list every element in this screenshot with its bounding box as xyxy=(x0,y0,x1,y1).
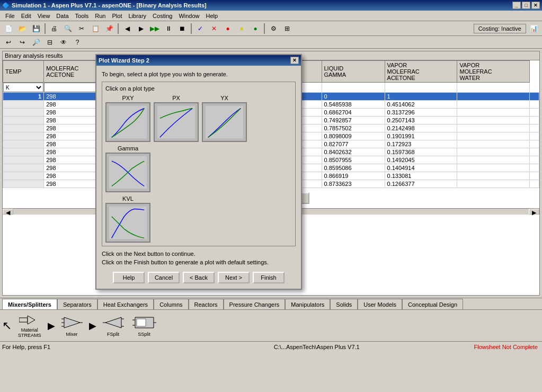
fsplit-component[interactable]: FSplit xyxy=(101,314,126,338)
finish-btn[interactable]: Finish xyxy=(253,272,285,283)
plot-thumbnails-row2: KVL xyxy=(105,195,292,243)
mixer-component[interactable]: Mixer xyxy=(59,314,85,338)
costing-icon-btn[interactable]: 📊 xyxy=(527,23,540,34)
save-btn[interactable]: 💾 xyxy=(30,23,42,34)
kvl-svg xyxy=(106,204,149,242)
expand-arrow2[interactable]: ▶ xyxy=(89,320,96,332)
px-preview[interactable] xyxy=(154,102,199,142)
menu-costing[interactable]: Costing xyxy=(149,12,175,20)
undo-btn[interactable]: ↩ xyxy=(2,37,15,48)
tab-pressure-changers[interactable]: Pressure Changers xyxy=(224,299,286,309)
check-btn[interactable]: ✓ xyxy=(194,23,207,34)
costing-label: Costing: Inactive xyxy=(474,24,526,33)
back-btn[interactable]: < Back xyxy=(183,272,215,283)
tab-manipulators[interactable]: Manipulators xyxy=(285,299,330,309)
run-btn[interactable]: ▶▶ xyxy=(148,23,161,34)
preview-btn[interactable]: 🔍 xyxy=(61,23,74,34)
settings-btn[interactable]: ⚙ xyxy=(267,23,280,34)
svg-marker-17 xyxy=(105,317,121,328)
plot-type-gamma[interactable]: Gamma xyxy=(105,145,150,192)
kvl-preview[interactable] xyxy=(105,203,150,243)
status-path: C:\...AspenTech\Aspen Plus V7.1 xyxy=(159,344,474,350)
menu-file[interactable]: File xyxy=(2,12,18,20)
expand-arrow[interactable]: ▶ xyxy=(48,320,55,332)
stop-btn[interactable]: ⏹ xyxy=(176,23,189,34)
pxy-preview[interactable] xyxy=(105,102,150,142)
tab-separators[interactable]: Separators xyxy=(57,299,97,309)
gamma-preview[interactable] xyxy=(105,153,150,192)
px-svg xyxy=(155,103,198,141)
menu-window[interactable]: Window xyxy=(175,12,202,20)
tab-solids[interactable]: Solids xyxy=(330,299,358,309)
status-flowsheet: Flowsheet Not Complete xyxy=(474,344,538,350)
view-btn[interactable]: 👁 xyxy=(57,37,70,48)
plot-type-group: Click on a plot type PXY xyxy=(102,82,296,246)
next-btn[interactable]: Next > xyxy=(218,272,250,283)
plot-type-px[interactable]: PX xyxy=(154,95,199,142)
help-btn[interactable]: Help xyxy=(113,272,145,283)
restore-btn[interactable]: □ xyxy=(522,2,530,9)
sep3 xyxy=(191,23,192,34)
menu-bar: File Edit View Data Tools Run Plot Libra… xyxy=(0,11,542,21)
dialog-hint1: Click on the Next button to continue. xyxy=(102,251,296,257)
menu-tools[interactable]: Tools xyxy=(72,12,92,20)
cancel-btn[interactable]: Cancel xyxy=(148,272,180,283)
title-bar-controls[interactable]: _ □ ✕ xyxy=(512,2,540,9)
tab-columns[interactable]: Columns xyxy=(154,299,188,309)
mixer-icon xyxy=(61,315,83,331)
minimize-btn[interactable]: _ xyxy=(512,2,521,9)
pause-btn[interactable]: ⏸ xyxy=(162,23,175,34)
copy-btn[interactable]: 📋 xyxy=(89,23,102,34)
ssplit-label: SSplit xyxy=(138,332,150,337)
grid-btn[interactable]: ⊞ xyxy=(281,23,294,34)
yx-label: YX xyxy=(220,95,228,101)
menu-plot[interactable]: Plot xyxy=(109,12,125,20)
menu-help[interactable]: Help xyxy=(203,12,221,20)
help-btn2[interactable]: ? xyxy=(71,37,84,48)
menu-view[interactable]: View xyxy=(34,12,54,20)
layout-btn[interactable]: ⊟ xyxy=(43,37,56,48)
dialog-buttons: Help Cancel < Back Next > Finish xyxy=(102,268,296,283)
print-btn[interactable]: 🖨 xyxy=(48,23,60,34)
yellow-circle[interactable]: ● xyxy=(235,23,248,34)
red-circle[interactable]: ● xyxy=(221,23,234,34)
plot-wizard-dialog: Plot Wizard Step 2 ✕ To begin, select a … xyxy=(95,54,302,290)
green-circle[interactable]: ● xyxy=(249,23,262,34)
ssplit-icon xyxy=(132,315,156,331)
tab-conceptual-design[interactable]: Conceptual Design xyxy=(402,299,463,309)
dialog-instruction: To begin, select a plot type you wish to… xyxy=(102,71,296,77)
yx-preview[interactable] xyxy=(202,102,247,142)
menu-library[interactable]: Library xyxy=(125,12,149,20)
bottom-tabs: Mixers/Splitters Separators Heat Exchang… xyxy=(0,298,542,309)
dialog-close-btn[interactable]: ✕ xyxy=(290,57,299,64)
fwd-btn[interactable]: ▶ xyxy=(135,23,147,34)
cut-btn[interactable]: ✂ xyxy=(75,23,88,34)
close-btn[interactable]: ✕ xyxy=(531,2,540,9)
ssplit-component[interactable]: SSplit xyxy=(130,314,158,338)
plot-type-yx[interactable]: YX xyxy=(202,95,247,142)
x-btn[interactable]: ✕ xyxy=(208,23,220,34)
open-btn[interactable]: 📂 xyxy=(16,23,29,34)
redo-btn[interactable]: ↪ xyxy=(16,37,29,48)
new-btn[interactable]: 📄 xyxy=(2,23,15,34)
material-stream-icon xyxy=(19,314,40,326)
toolbar-secondary: ↩ ↪ 🔎 ⊟ 👁 ? xyxy=(0,36,542,49)
material-streams[interactable]: MaterialSTREAMS xyxy=(16,313,43,339)
svg-marker-11 xyxy=(28,316,35,324)
bottom-panel: ↖ MaterialSTREAMS ▶ Mixer ▶ FSplit xyxy=(0,309,542,341)
tab-heat-exchangers[interactable]: Heat Exchangers xyxy=(97,299,154,309)
dialog-titlebar: Plot Wizard Step 2 ✕ xyxy=(96,55,301,66)
menu-edit[interactable]: Edit xyxy=(18,12,34,20)
menu-data[interactable]: Data xyxy=(53,12,72,20)
tab-mixers-splitters[interactable]: Mixers/Splitters xyxy=(2,299,57,309)
menu-run[interactable]: Run xyxy=(92,12,109,20)
back-btn[interactable]: ◀ xyxy=(121,23,134,34)
plot-type-pxy[interactable]: PXY xyxy=(105,95,150,142)
paste-btn[interactable]: 📌 xyxy=(103,23,115,34)
plot-type-kvl[interactable]: KVL xyxy=(105,195,150,243)
tab-reactors[interactable]: Reactors xyxy=(189,299,224,309)
tab-user-models[interactable]: User Models xyxy=(358,299,402,309)
zoom-btn[interactable]: 🔎 xyxy=(30,37,42,48)
svg-marker-12 xyxy=(64,317,80,328)
fsplit-label: FSplit xyxy=(107,332,119,337)
